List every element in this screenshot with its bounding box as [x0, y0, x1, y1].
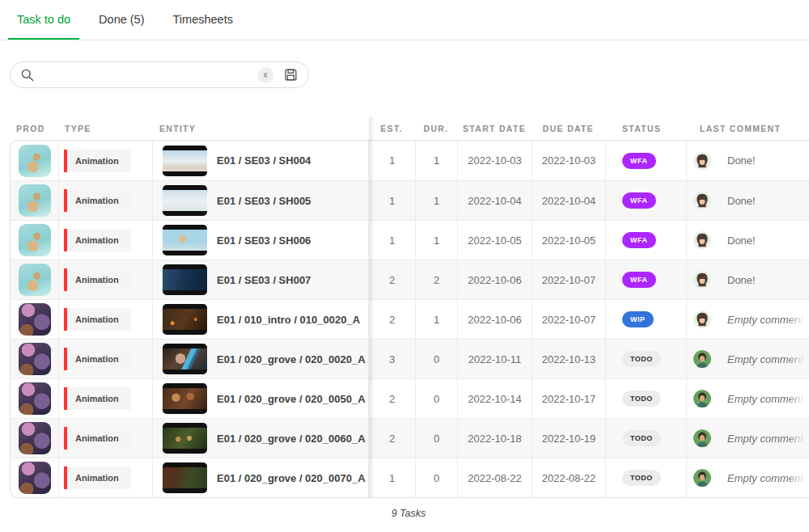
status-badge[interactable]: TODO	[622, 351, 661, 367]
search-bar[interactable]: x	[10, 61, 309, 88]
status-badge[interactable]: TODO	[622, 430, 661, 446]
shot-thumbnail[interactable]	[163, 304, 207, 335]
production-cell	[11, 221, 59, 260]
save-search-icon[interactable]	[284, 68, 298, 82]
entity-name[interactable]: E01 / 020_grove / 020_0070_A	[217, 472, 366, 484]
last-comment-text: Empty comment	[727, 353, 803, 365]
last-comment-cell: Empty comment	[687, 419, 809, 458]
entity-name[interactable]: E01 / 020_grove / 020_0060_A	[217, 433, 366, 445]
search-icon	[21, 69, 34, 82]
table-row[interactable]: Animation E01 / 020_grove / 020_0070_A 1…	[11, 458, 809, 497]
entity-name[interactable]: E01 / 010_intro / 010_0020_A	[217, 314, 360, 326]
last-comment-cell: Empty comment	[687, 300, 809, 339]
duration-value: 1	[434, 234, 439, 247]
comment-author-avatar[interactable]	[693, 350, 711, 368]
task-type-cell: Animation	[59, 379, 153, 418]
status-badge[interactable]: WFA	[622, 232, 656, 248]
status-badge[interactable]: WFA	[622, 272, 656, 288]
production-thumbnail[interactable]	[19, 422, 51, 454]
comment-author-avatar[interactable]	[693, 310, 711, 328]
tab-bar: Task to do Done (5) Timesheets	[0, 0, 809, 40]
duration-value: 0	[434, 472, 439, 484]
production-thumbnail[interactable]	[19, 145, 51, 177]
comment-author-avatar[interactable]	[693, 231, 711, 249]
production-thumbnail[interactable]	[19, 382, 51, 415]
table-row[interactable]: Animation E01 / SE03 / SH006 1 1 2022-10…	[11, 220, 809, 260]
entity-name[interactable]: E01 / SE03 / SH004	[217, 154, 311, 167]
table-row[interactable]: Animation E01 / 020_grove / 020_0060_A 2…	[11, 418, 809, 458]
shot-thumbnail[interactable]	[163, 225, 207, 255]
shot-thumbnail[interactable]	[163, 185, 207, 216]
due-date-value: 2022-10-07	[542, 274, 596, 286]
table-row[interactable]: Animation E01 / SE03 / SH007 2 2 2022-10…	[11, 260, 809, 299]
tab-timesheets[interactable]: Timesheets	[164, 0, 242, 40]
production-cell	[11, 458, 59, 497]
column-header-entity: ENTITY	[152, 117, 368, 140]
table-row[interactable]: Animation E01 / 020_grove / 020_0050_A 2…	[11, 378, 809, 418]
shot-preview-image	[163, 269, 207, 290]
man-avatar	[693, 429, 711, 447]
comment-author-avatar[interactable]	[693, 152, 711, 170]
comment-author-avatar[interactable]	[693, 390, 711, 407]
comment-author-avatar[interactable]	[693, 469, 711, 487]
start-date-value: 2022-10-11	[468, 353, 522, 365]
production-thumbnail[interactable]	[19, 462, 51, 494]
shot-thumbnail[interactable]	[163, 383, 207, 414]
man-avatar	[693, 390, 711, 407]
estimation-value: 2	[389, 393, 395, 405]
entity-cell: E01 / SE03 / SH004	[153, 141, 369, 180]
shot-thumbnail[interactable]	[163, 423, 207, 454]
comment-author-avatar[interactable]	[693, 192, 711, 209]
table-row[interactable]: Animation E01 / 020_grove / 020_0020_A 3…	[11, 339, 809, 378]
column-header-status: STATUS	[605, 117, 686, 140]
table-row[interactable]: Animation E01 / 010_intro / 010_0020_A 2…	[11, 299, 809, 339]
task-type-tag: Animation	[64, 229, 131, 251]
column-header-last-comment: LAST COMMENT	[686, 117, 809, 140]
column-header-prod: PROD	[10, 117, 58, 140]
comment-author-avatar[interactable]	[693, 429, 711, 447]
column-header-duration: DUR.	[415, 117, 457, 140]
estimation-value: 1	[389, 195, 395, 207]
status-badge[interactable]: WFA	[622, 153, 656, 169]
entity-cell: E01 / 020_grove / 020_0070_A	[153, 458, 369, 497]
table-row[interactable]: Animation E01 / SE03 / SH004 1 1 2022-10…	[11, 141, 809, 180]
entity-name[interactable]: E01 / SE03 / SH005	[217, 195, 311, 207]
shot-thumbnail[interactable]	[163, 462, 207, 493]
production-thumbnail[interactable]	[19, 184, 51, 217]
status-badge[interactable]: TODO	[622, 391, 661, 407]
production-thumbnail[interactable]	[19, 224, 51, 256]
due-date-value: 2022-10-04	[542, 195, 596, 207]
task-type-tag: Animation	[64, 387, 131, 410]
entity-name[interactable]: E01 / 020_grove / 020_0050_A	[217, 393, 366, 405]
shot-thumbnail[interactable]	[163, 264, 207, 295]
status-cell: TODO	[606, 379, 687, 418]
shot-thumbnail[interactable]	[163, 146, 207, 176]
comment-author-avatar[interactable]	[693, 271, 711, 289]
search-input[interactable]	[40, 68, 257, 82]
shot-thumbnail[interactable]	[163, 344, 207, 374]
column-header-estimation: EST.	[368, 117, 415, 140]
status-badge[interactable]: WIP	[622, 311, 654, 327]
start-date-value: 2022-10-05	[468, 234, 522, 247]
production-cell	[11, 300, 59, 339]
due-date-value: 2022-10-19	[542, 433, 596, 445]
entity-name[interactable]: E01 / 020_grove / 020_0020_A	[217, 353, 366, 365]
entity-name[interactable]: E01 / SE03 / SH006	[217, 234, 311, 247]
status-cell: TODO	[606, 340, 687, 378]
woman-avatar	[693, 271, 711, 289]
clear-search-button[interactable]: x	[257, 67, 273, 83]
table-row[interactable]: Animation E01 / SE03 / SH005 1 1 2022-10…	[11, 180, 809, 220]
production-thumbnail[interactable]	[19, 343, 51, 375]
tab-task-to-do[interactable]: Task to do	[8, 0, 79, 40]
tab-done[interactable]: Done (5)	[90, 0, 153, 40]
task-type-label: Animation	[67, 354, 131, 364]
production-thumbnail[interactable]	[19, 264, 51, 296]
status-cell: WFA	[606, 260, 687, 299]
production-thumbnail[interactable]	[19, 303, 51, 336]
task-type-label: Animation	[67, 473, 131, 483]
status-badge[interactable]: WFA	[622, 192, 656, 209]
status-badge[interactable]: TODO	[622, 470, 661, 486]
entity-name[interactable]: E01 / SE03 / SH007	[217, 274, 311, 286]
task-type-cell: Animation	[59, 221, 153, 260]
estimation-value: 2	[389, 314, 395, 326]
